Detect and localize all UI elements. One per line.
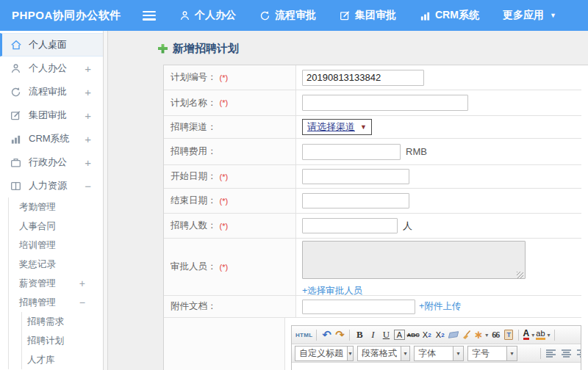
sidebar-item-recruit-demand[interactable]: 招聘需求: [22, 312, 103, 331]
collapse-icon[interactable]: −: [79, 297, 85, 308]
sidebar-item-group-approval[interactable]: 集团审批 +: [0, 104, 103, 127]
sidebar-item-salary[interactable]: 薪资管理 +: [9, 274, 103, 293]
field-label: 计划编号：: [171, 71, 217, 84]
expand-icon[interactable]: +: [85, 156, 91, 169]
sidebar-recruit-submenu: 招聘需求 招聘计划 人才库: [21, 312, 103, 369]
subscript-button[interactable]: X2: [434, 327, 447, 343]
required-mark: (*): [220, 173, 229, 181]
field-label: 附件文档：: [171, 300, 217, 313]
nav-more-apps[interactable]: 更多应用 ▼: [503, 9, 556, 22]
chevron-down-icon: ▼: [550, 12, 556, 19]
redo-icon[interactable]: ↷: [333, 327, 346, 343]
chevron-down-icon: ▼: [360, 123, 367, 131]
user-icon: [179, 10, 190, 21]
superscript-button[interactable]: X2: [420, 327, 434, 343]
attachment-upload-link[interactable]: +附件上传: [419, 300, 461, 313]
editor-toolbar-row-2: 自定义标题 ▾ 段落格式 ▾ 字体 ▾ 字号 ▾: [292, 344, 581, 363]
required-mark: (*): [220, 98, 229, 107]
sidebar-item-workflow-approval[interactable]: 流程审批 +: [0, 80, 103, 104]
rich-text-editor: HTML ↶ ↷ B I U A ABC X2 X2: [291, 325, 581, 370]
paste-text-icon[interactable]: T: [502, 327, 515, 343]
bar-chart-icon: [10, 133, 22, 145]
form-row-plan-no: 计划编号： (*): [164, 65, 581, 90]
format-painter-dropdown[interactable]: ∗▾: [473, 327, 490, 343]
sidebar-scrollbar[interactable]: [103, 31, 108, 370]
blockquote-button[interactable]: 66: [489, 327, 502, 343]
nav-personal-office[interactable]: 个人办公: [179, 9, 236, 22]
fee-input[interactable]: [302, 144, 401, 160]
form-row-headcount: 招聘人数： (*) 人: [164, 214, 581, 239]
nav-crm-system[interactable]: CRM系统: [420, 9, 479, 22]
sidebar-item-talent-pool[interactable]: 人才库: [22, 350, 103, 369]
expand-icon[interactable]: +: [85, 133, 91, 145]
field-label: 计划名称：: [171, 97, 217, 109]
select-value: 请选择渠道: [307, 120, 355, 134]
page-title: 新增招聘计划: [173, 42, 239, 56]
html-source-button[interactable]: HTML: [295, 327, 313, 343]
sidebar: 个人桌面 个人办公 + 流程审批 + 集团审批 + CRM系统 + 行政办公 +: [0, 31, 103, 370]
editor-toolbar-row-1: HTML ↶ ↷ B I U A ABC X2 X2: [292, 326, 581, 344]
sidebar-item-crm-system[interactable]: CRM系统 +: [0, 127, 103, 150]
attachment-input[interactable]: [302, 300, 415, 314]
required-mark: (*): [220, 263, 229, 272]
sidebar-item-personal-office[interactable]: 个人办公 +: [0, 57, 103, 80]
editor-content-area[interactable]: [292, 363, 581, 370]
expand-icon[interactable]: +: [79, 278, 85, 289]
sidebar-item-recruit-plan[interactable]: 招聘计划: [22, 331, 103, 350]
menu-toggle-icon[interactable]: [143, 11, 156, 21]
underline-button[interactable]: U: [379, 327, 392, 343]
sidebar-item-recruit-mgmt[interactable]: 招聘管理 −: [9, 293, 103, 312]
autotypeset-button[interactable]: A: [392, 327, 406, 343]
form-row-fee: 招聘费用： RMB: [164, 139, 581, 165]
align-center-icon[interactable]: [559, 346, 573, 361]
approver-textarea[interactable]: [302, 241, 526, 279]
undo-icon[interactable]: ↶: [320, 327, 333, 343]
expand-icon[interactable]: +: [85, 109, 91, 122]
history-icon: [259, 10, 270, 21]
custom-title-dropdown[interactable]: 自定义标题 ▾: [295, 346, 354, 361]
sidebar-item-attendance[interactable]: 考勤管理: [9, 197, 103, 217]
sidebar-item-personal-desktop[interactable]: 个人桌面: [0, 33, 103, 57]
expand-icon[interactable]: +: [85, 62, 91, 75]
sidebar-item-training[interactable]: 培训管理: [9, 236, 103, 255]
briefcase-icon: [10, 156, 22, 169]
collapse-icon[interactable]: −: [85, 180, 91, 192]
form-row-end-date: 结束日期： (*): [164, 189, 581, 214]
chevron-down-icon: ▾: [453, 347, 463, 360]
start-date-input[interactable]: [302, 169, 409, 184]
headcount-input[interactable]: [302, 218, 398, 233]
main-content: 新增招聘计划 计划编号： (*) 计划名称： (*) 招聘渠道：: [108, 31, 588, 370]
sidebar-item-rewards[interactable]: 奖惩记录: [9, 255, 103, 274]
bold-button[interactable]: B: [353, 327, 366, 343]
channel-select[interactable]: 请选择渠道 ▼: [302, 119, 372, 135]
recruit-plan-form: 计划编号： (*) 计划名称： (*) 招聘渠道： 请选择渠道: [163, 65, 588, 370]
bar-chart-icon: [420, 10, 431, 21]
paragraph-format-dropdown[interactable]: 段落格式 ▾: [357, 346, 410, 361]
sidebar-item-human-resources[interactable]: 人力资源 −: [0, 174, 103, 197]
add-plus-icon: [158, 44, 168, 54]
nav-workflow-approval[interactable]: 流程审批: [259, 9, 316, 22]
sidebar-item-admin-office[interactable]: 行政办公 +: [0, 150, 103, 174]
italic-button[interactable]: I: [366, 327, 379, 343]
format-brush-icon[interactable]: [460, 327, 473, 343]
expand-icon[interactable]: +: [85, 86, 91, 98]
plan-name-input[interactable]: [302, 95, 468, 111]
align-right-icon[interactable]: [575, 346, 581, 361]
chevron-down-icon: ▾: [485, 332, 488, 338]
font-size-dropdown[interactable]: 字号 ▾: [467, 346, 517, 361]
font-family-dropdown[interactable]: 字体 ▾: [414, 346, 464, 361]
approver-textarea-wrap: [302, 241, 526, 282]
required-mark: (*): [220, 197, 229, 206]
app-logo: PHPOA协同办公软件: [0, 9, 132, 23]
eraser-icon[interactable]: [447, 327, 460, 343]
align-left-icon[interactable]: [544, 346, 557, 361]
nav-group-approval[interactable]: 集团审批: [340, 9, 396, 22]
plan-no-input[interactable]: [302, 70, 424, 86]
home-icon: [10, 39, 22, 51]
font-color-dropdown[interactable]: A▾: [522, 327, 535, 343]
sidebar-item-hr-contract[interactable]: 人事合同: [9, 217, 103, 236]
strikethrough-button[interactable]: ABC: [406, 327, 420, 343]
highlight-color-dropdown[interactable]: ab▾: [535, 327, 551, 343]
end-date-input[interactable]: [302, 193, 409, 208]
form-row-start-date: 开始日期： (*): [164, 165, 581, 189]
